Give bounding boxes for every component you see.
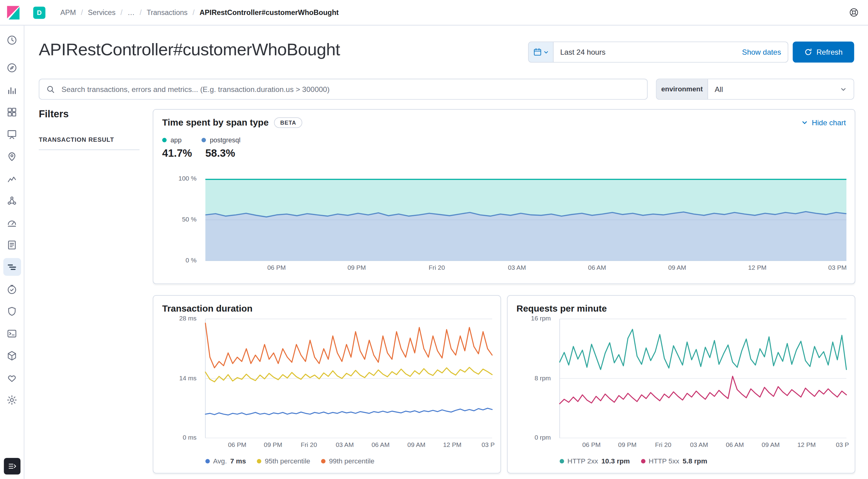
x-tick-label: 09 AM xyxy=(407,442,426,448)
legend-label: HTTP 2xx xyxy=(567,457,598,465)
requests-per-minute-header: Requests per minute xyxy=(507,296,855,314)
sidebar-visualize-icon[interactable] xyxy=(3,81,21,99)
sidebar-metrics-icon[interactable] xyxy=(3,214,21,232)
app-root: D APM Services … Transactions APIRestCon… xyxy=(0,0,868,479)
filter-section-divider xyxy=(39,149,140,150)
sidebar-fleet-icon[interactable] xyxy=(3,347,21,364)
hide-chart-button[interactable]: Hide chart xyxy=(801,119,846,127)
x-tick-label: Fri 20 xyxy=(655,442,671,448)
sidebar-dev-tools-icon[interactable] xyxy=(3,324,21,342)
requests-per-minute-chart[interactable]: 16 rpm8 rpm0 rpm 06 PM09 PMFri 2003 AM06… xyxy=(507,319,855,438)
show-dates-button[interactable]: Show dates xyxy=(736,48,788,56)
space-badge[interactable]: D xyxy=(33,6,45,19)
sidebar-stack-monitoring-icon[interactable] xyxy=(3,369,21,386)
chart-plot-area[interactable] xyxy=(205,179,846,261)
y-tick-label: 50 % xyxy=(182,216,197,223)
x-tick-label: 03 P xyxy=(836,442,849,448)
legend-item-http-5xx[interactable]: HTTP 5xx 5.8 rpm xyxy=(641,457,707,465)
x-tick-label: 06 PM xyxy=(267,264,285,271)
x-tick-label: 03 AM xyxy=(508,264,526,271)
sidebar-machine-learning-icon[interactable] xyxy=(3,170,21,187)
kibana-logo[interactable] xyxy=(5,4,21,21)
breadcrumb-current: APIRestController#customerWhoBought xyxy=(199,8,339,17)
search-bar[interactable] xyxy=(39,79,648,99)
x-tick-label: 09 PM xyxy=(264,442,282,448)
y-tick-label: 16 rpm xyxy=(531,315,551,322)
sidebar-recently-viewed-icon[interactable] xyxy=(3,31,21,49)
environment-filter: environment All xyxy=(656,79,854,99)
y-axis: 100 %50 %0 % xyxy=(153,179,201,261)
legend-dot xyxy=(560,459,564,464)
x-tick-label: 06 AM xyxy=(726,442,744,448)
transaction-duration-title: Transaction duration xyxy=(162,303,253,314)
transaction-duration-legend: Avg. 7 ms 95th percentile 99th percentil… xyxy=(205,457,374,465)
chevron-down-icon xyxy=(543,49,549,55)
legend-value: 10.3 rpm xyxy=(601,457,630,465)
sidebar-security-icon[interactable] xyxy=(3,302,21,320)
x-tick-label: Fri 20 xyxy=(429,264,445,271)
page-title: APIRestController#customerWhoBought xyxy=(39,39,340,61)
legend-item-99th[interactable]: 99th percentile xyxy=(321,457,374,465)
refresh-button[interactable]: Refresh xyxy=(793,41,854,63)
help-icon[interactable] xyxy=(849,7,859,18)
date-range-value[interactable]: Last 24 hours xyxy=(554,48,736,56)
app-percentage: 41.7% xyxy=(162,147,192,159)
breadcrumb-ellipsis[interactable]: … xyxy=(127,8,147,17)
sidebar-apm-icon[interactable] xyxy=(3,258,21,276)
sidebar-nav xyxy=(0,25,25,479)
legend-item-avg[interactable]: Avg. 7 ms xyxy=(205,457,246,465)
legend-label: Avg. xyxy=(213,457,227,465)
y-tick-label: 0 % xyxy=(185,257,196,264)
x-tick-label: 06 PM xyxy=(582,442,600,448)
environment-select[interactable]: All xyxy=(708,79,854,99)
sidebar-icon-list xyxy=(3,31,21,409)
legend-value: 5.8 rpm xyxy=(683,457,707,465)
filters-title: Filters xyxy=(39,109,69,120)
sidebar-dashboard-icon[interactable] xyxy=(3,103,21,121)
sidebar-management-icon[interactable] xyxy=(3,391,21,409)
legend-dot xyxy=(205,459,210,464)
x-axis: 06 PM09 PMFri 2003 AM06 AM09 AM12 PM03 P… xyxy=(205,264,846,272)
calendar-icon xyxy=(533,48,542,57)
date-picker: Last 24 hours Show dates xyxy=(528,41,788,63)
span-type-chart[interactable]: 100 %50 %0 % 06 PM09 PMFri 2003 AM06 AM0… xyxy=(153,179,855,261)
legend-dot xyxy=(162,138,167,142)
breadcrumb-apm[interactable]: APM xyxy=(60,8,88,17)
transaction-duration-header: Transaction duration xyxy=(153,296,500,314)
transaction-duration-chart[interactable]: 28 ms14 ms0 ms 06 PM09 PMFri 2003 AM06 A… xyxy=(153,319,500,438)
chart-plot-area[interactable] xyxy=(560,319,846,438)
refresh-icon xyxy=(804,48,812,56)
x-axis: 06 PM09 PMFri 2003 AM06 AM09 AM12 PM03 P xyxy=(560,442,846,449)
breadcrumb: APM Services … Transactions APIRestContr… xyxy=(60,8,339,17)
postgresql-percentage: 58.3% xyxy=(205,147,235,159)
legend-item-app[interactable]: app xyxy=(162,136,181,144)
legend-item-95th[interactable]: 95th percentile xyxy=(257,457,310,465)
sidebar-discover-icon[interactable] xyxy=(3,59,21,77)
breadcrumb-services[interactable]: Services xyxy=(88,8,128,17)
legend-item-postgresql[interactable]: postgresql xyxy=(202,136,241,144)
chart-plot-area[interactable] xyxy=(205,319,492,438)
search-icon xyxy=(46,84,55,94)
y-tick-label: 8 rpm xyxy=(534,375,551,381)
hide-chart-label: Hide chart xyxy=(812,119,846,127)
filter-section-transaction-result[interactable]: TRANSACTION RESULT xyxy=(39,136,114,143)
x-tick-label: 03 AM xyxy=(690,442,708,448)
search-input[interactable] xyxy=(60,84,641,94)
sidebar-logs-icon[interactable] xyxy=(3,236,21,253)
dock-navigation-toggle[interactable] xyxy=(4,458,20,474)
y-tick-label: 0 ms xyxy=(183,434,196,441)
requests-per-minute-legend: HTTP 2xx 10.3 rpm HTTP 5xx 5.8 rpm xyxy=(560,457,707,465)
x-tick-label: 12 PM xyxy=(443,442,462,448)
sidebar-uptime-icon[interactable] xyxy=(3,280,21,298)
sidebar-maps-icon[interactable] xyxy=(3,147,21,165)
x-tick-label: 06 AM xyxy=(588,264,606,271)
legend-item-http-2xx[interactable]: HTTP 2xx 10.3 rpm xyxy=(560,457,630,465)
breadcrumb-transactions[interactable]: Transactions xyxy=(147,8,199,17)
sidebar-canvas-icon[interactable] xyxy=(3,125,21,143)
x-tick-label: Fri 20 xyxy=(301,442,317,448)
x-tick-label: 03 AM xyxy=(336,442,354,448)
sidebar-graph-icon[interactable] xyxy=(3,191,21,209)
legend-dot xyxy=(321,459,326,464)
requests-per-minute-panel: Requests per minute 16 rpm8 rpm0 rpm 06 … xyxy=(507,295,855,474)
quick-select-button[interactable] xyxy=(529,42,554,62)
